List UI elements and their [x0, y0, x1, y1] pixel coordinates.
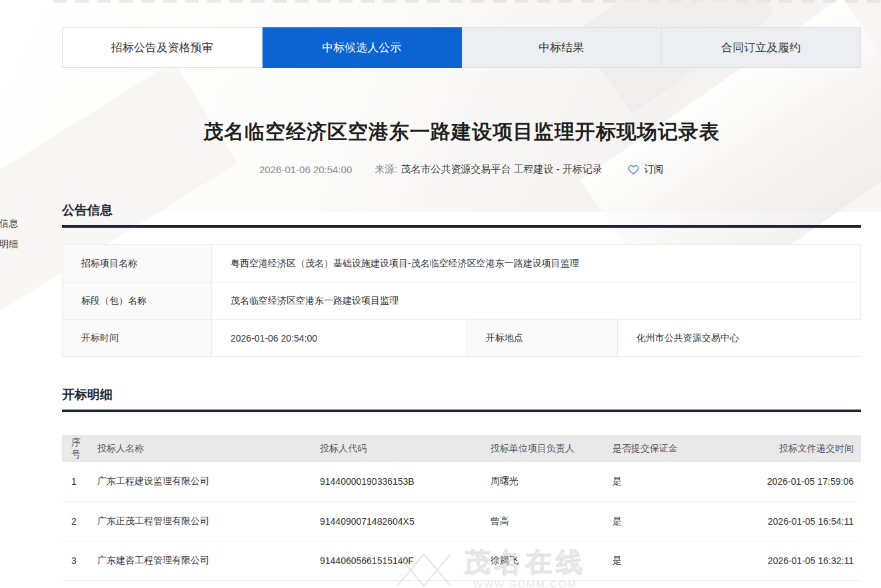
- section-bid-details: 开标明细: [62, 386, 861, 412]
- page-title: 茂名临空经济区空港东一路建设项目监理开标现场记录表: [62, 119, 861, 146]
- source-value: 茂名市公共资源交易平台 工程建设 - 开标记录: [401, 163, 602, 176]
- page: 公告信息 开标明细 招标公告及资格预审 中标候选人公示 中标结果 合同订立及履约…: [0, 0, 881, 588]
- open-time-value: 2026-01-06 20:54:00: [212, 320, 467, 356]
- stage-tabbar: 招标公告及资格预审 中标候选人公示 中标结果 合同订立及履约: [62, 27, 861, 68]
- table-row: 1 广东工程建设监理有限公司 91440000190336153B 周曙光 是 …: [62, 462, 861, 501]
- cell-bidder-name: 广东建咨工程管理有限公司: [93, 541, 316, 580]
- col-submit-time: 投标文件递交时间: [742, 435, 861, 462]
- cell-manager: 周曙光: [486, 462, 608, 501]
- col-bidder-code: 投标人代码: [316, 435, 486, 462]
- cell-bidder-name: 广东正茂工程管理有限公司: [93, 501, 316, 541]
- cell-deposit: 是: [608, 501, 742, 541]
- cell-seq: 1: [62, 462, 93, 501]
- cell-bidder-code: 9144090071482604X5: [316, 501, 486, 541]
- table-row: 开标时间 2026-01-06 20:54:00 开标地点 化州市公共资源交易中…: [63, 320, 860, 357]
- subscribe-button[interactable]: 订阅: [628, 163, 664, 176]
- anchor-bid-details[interactable]: 开标明细: [0, 238, 19, 250]
- section-heading-rule: [62, 225, 861, 228]
- anchor-announcement-info[interactable]: 公告信息: [0, 218, 19, 230]
- tab-contract[interactable]: 合同订立及履约: [662, 27, 862, 68]
- cell-manager: 曾高: [486, 501, 608, 541]
- col-manager: 投标单位项目负责人: [486, 435, 608, 462]
- open-place-value: 化州市公共资源交易中心: [618, 320, 862, 356]
- tab-winning-result[interactable]: 中标结果: [462, 27, 662, 68]
- col-seq: 序号: [62, 435, 93, 462]
- cell-submit-time: 2026-01-05 17:59:06: [742, 462, 861, 501]
- open-time-label: 开标时间: [63, 320, 212, 356]
- table-row: 3 广东建咨工程管理有限公司 91440605661515140F 徐腾飞 是 …: [62, 541, 861, 580]
- section-name-value: 茂名临空经济区空港东一路建设项目监理: [212, 282, 860, 319]
- section-heading: 公告信息: [62, 202, 861, 225]
- article-meta: 2026-01-06 20:54:00 来源: 茂名市公共资源交易平台 工程建设…: [62, 163, 861, 176]
- section-announcement-info: 公告信息: [62, 202, 861, 228]
- cell-seq: 2: [62, 501, 93, 541]
- section-heading-rule: [62, 410, 861, 412]
- cell-bidder-code: 91440000190336153B: [316, 462, 486, 501]
- cell-submit-time: 2026-01-05 16:54:11: [742, 501, 861, 541]
- publish-datetime: 2026-01-06 20:54:00: [259, 164, 352, 175]
- tab-winning-candidate-publicity[interactable]: 中标候选人公示: [263, 27, 462, 68]
- cell-bidder-name: 广东工程建设监理有限公司: [93, 462, 316, 501]
- table-header-row: 序号 投标人名称 投标人代码 投标单位项目负责人 是否提交保证金 投标文件递交时…: [62, 435, 861, 462]
- section-heading: 开标明细: [62, 386, 861, 410]
- col-deposit: 是否提交保证金: [608, 435, 742, 462]
- table-row: 2 广东正茂工程管理有限公司 9144090071482604X5 曾高 是 2…: [62, 501, 861, 541]
- table-row: 标段（包）名称 茂名临空经济区空港东一路建设项目监理: [63, 282, 860, 320]
- project-name-label: 招标项目名称: [63, 245, 212, 282]
- heart-icon: [628, 164, 639, 175]
- project-name-value: 粤西空港经济区（茂名）基础设施建设项目-茂名临空经济区空港东一路建设项目监理: [212, 245, 860, 282]
- col-bidder-name: 投标人名称: [93, 435, 316, 462]
- table-row: 招标项目名称 粤西空港经济区（茂名）基础设施建设项目-茂名临空经济区空港东一路建…: [63, 245, 860, 282]
- open-place-label: 开标地点: [467, 320, 618, 356]
- cell-deposit: 是: [608, 462, 742, 501]
- cell-bidder-code: 91440605661515140F: [316, 541, 486, 580]
- cell-seq: 3: [62, 541, 93, 580]
- subscribe-label: 订阅: [644, 163, 664, 176]
- announcement-info-table: 招标项目名称 粤西空港经济区（茂名）基础设施建设项目-茂名临空经济区空港东一路建…: [62, 244, 861, 357]
- section-name-label: 标段（包）名称: [63, 282, 212, 319]
- bid-details-table: 序号 投标人名称 投标人代码 投标单位项目负责人 是否提交保证金 投标文件递交时…: [62, 435, 861, 581]
- anchor-nav: 公告信息 开标明细: [0, 218, 19, 259]
- tab-tender-announcement[interactable]: 招标公告及资格预审: [62, 27, 263, 68]
- cell-deposit: 是: [608, 541, 742, 580]
- cell-manager: 徐腾飞: [486, 541, 608, 580]
- source-label: 来源:: [375, 163, 397, 176]
- cell-submit-time: 2026-01-05 16:32:11: [742, 541, 861, 580]
